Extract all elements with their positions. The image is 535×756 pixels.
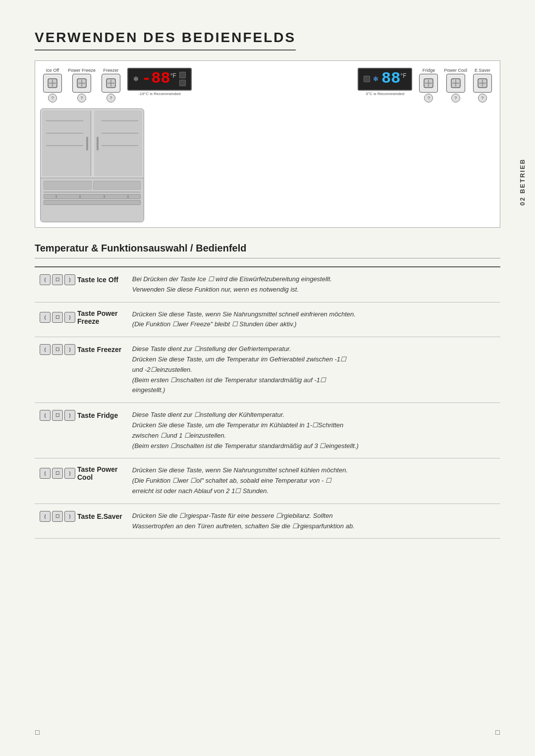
power-cool-label: Power Cool xyxy=(444,68,467,73)
power-freeze-badge: ? xyxy=(77,94,86,102)
table-row: ( ☐ ) Taste PowerFreeze Drücken Sie dies… xyxy=(35,302,500,337)
fridge-badge: ? xyxy=(424,94,433,102)
btn-group-fridge: Fridge ? xyxy=(419,68,438,103)
esaver-badge: ? xyxy=(478,94,487,102)
fridge-temp-recommended: 3°C is Recommended xyxy=(366,92,404,96)
fridge-illustration xyxy=(40,108,144,222)
table-row: ( ☐ ) Taste PowerCool Drücken Sie diese … xyxy=(35,458,500,504)
page: 02 BETRIEB VERWENDEN DES BEDIENFELDS Ice… xyxy=(0,0,535,756)
power-freeze-btn-label: Taste PowerFreeze xyxy=(77,309,117,325)
freezer-temp-value: -88 xyxy=(142,71,170,87)
table-row: ( ☐ ) Taste Fridge Diese Taste dient zur… xyxy=(35,403,500,458)
fridge-button[interactable] xyxy=(419,74,438,93)
side-label: 02 BETRIEB xyxy=(519,158,526,205)
esaver-btn-label: Taste E.Saver xyxy=(77,512,122,520)
btn-cell-power-freeze: ( ☐ ) Taste PowerFreeze xyxy=(35,302,127,337)
power-cool-button[interactable] xyxy=(446,74,465,93)
esaver-button[interactable] xyxy=(473,74,492,93)
fridge-btn-label: Taste Fridge xyxy=(77,411,118,419)
freezer-temp-unit: °F xyxy=(170,72,176,79)
desc-cell-esaver: Drücken Sie die ☐rgiespar-Taste für eine… xyxy=(127,504,500,539)
fridge-temp-unit: °F xyxy=(400,72,406,79)
btn-cell-esaver: ( ☐ ) Taste E.Saver xyxy=(35,504,127,539)
fridge-label: Fridge xyxy=(423,68,435,73)
freezer-badge: ? xyxy=(107,94,115,102)
freezer-btn-label: Taste Freezer xyxy=(77,346,121,353)
section-title: Temperatur & Funktionsauswahl / Bedienfe… xyxy=(35,243,500,258)
control-panel: Ice Off ? Power Freeze xyxy=(35,60,500,228)
btn-cell-fridge: ( ☐ ) Taste Fridge xyxy=(35,403,127,458)
freezer-button[interactable] xyxy=(102,74,120,93)
display-icons-left xyxy=(179,72,186,86)
panel-top-row: Ice Off ? Power Freeze xyxy=(40,68,495,103)
btn-group-power-freeze: Power Freeze ? xyxy=(68,68,96,103)
desc-cell-ice-off: Bei Drücken der Taste Ice ☐ wird die Eis… xyxy=(127,267,500,302)
ice-off-badge: ? xyxy=(48,94,57,102)
btn-cell-power-cool: ( ☐ ) Taste PowerCool xyxy=(35,458,127,504)
panel-right: ✻ 88 °F 3°C is Recommended Fridge xyxy=(354,68,495,103)
ice-off-button[interactable] xyxy=(43,74,62,93)
btn-group-freezer: Freezer ? xyxy=(102,68,120,103)
btn-group-esaver: E.Saver ? xyxy=(473,68,492,103)
table-row: ( ☐ ) Taste Freezer Diese Taste dient zu… xyxy=(35,337,500,403)
esaver-label: E.Saver xyxy=(475,68,490,73)
desc-cell-power-freeze: Drücken Sie diese Taste, wenn Sie Nahrun… xyxy=(127,302,500,337)
table-row: ( ☐ ) Taste Ice Off Bei Drücken der Tast… xyxy=(35,267,500,302)
btn-group-power-cool: Power Cool ? xyxy=(444,68,467,103)
ice-off-label: Ice Off xyxy=(46,68,59,73)
page-title: VERWENDEN DES BEDIENFELDS xyxy=(35,30,296,50)
fridge-temp-value: 88 xyxy=(381,71,400,87)
ice-off-btn-label: Taste Ice Off xyxy=(77,276,118,284)
freezer-label: Freezer xyxy=(104,68,119,73)
desc-cell-freezer: Diese Taste dient zur ☐nstellung der Gef… xyxy=(127,337,500,403)
function-table: ( ☐ ) Taste Ice Off Bei Drücken der Tast… xyxy=(35,266,500,539)
footer-page-left: ☐ xyxy=(35,729,40,736)
btn-cell-ice-off: ( ☐ ) Taste Ice Off xyxy=(35,267,127,302)
btn-group-ice-off: Ice Off ? xyxy=(43,68,62,103)
desc-cell-power-cool: Drücken Sie diese Taste, wenn Sie Nahrun… xyxy=(127,458,500,504)
table-row: ( ☐ ) Taste E.Saver Drücken Sie die ☐rgi… xyxy=(35,504,500,539)
panel-left-buttons: Ice Off ? Power Freeze xyxy=(40,68,196,103)
freezer-temp-recommended: -19°C is Recommended xyxy=(138,92,180,96)
power-freeze-button[interactable] xyxy=(72,74,91,93)
footer-page-right: ☐ xyxy=(495,729,500,736)
power-cool-btn-label: Taste PowerCool xyxy=(77,465,117,481)
right-display: ✻ 88 °F xyxy=(358,68,413,91)
fridge-snowflake-icon: ✻ xyxy=(373,75,378,83)
power-cool-badge: ? xyxy=(451,94,460,102)
desc-cell-fridge: Diese Taste dient zur ☐nstellung der Küh… xyxy=(127,403,500,458)
snowflake-icon: ✻ xyxy=(133,75,139,83)
page-footer: ☐ ☐ xyxy=(35,729,500,736)
power-freeze-label: Power Freeze xyxy=(68,68,96,73)
left-display: ✻ -88 °F xyxy=(127,68,192,91)
btn-cell-freezer: ( ☐ ) Taste Freezer xyxy=(35,337,127,403)
